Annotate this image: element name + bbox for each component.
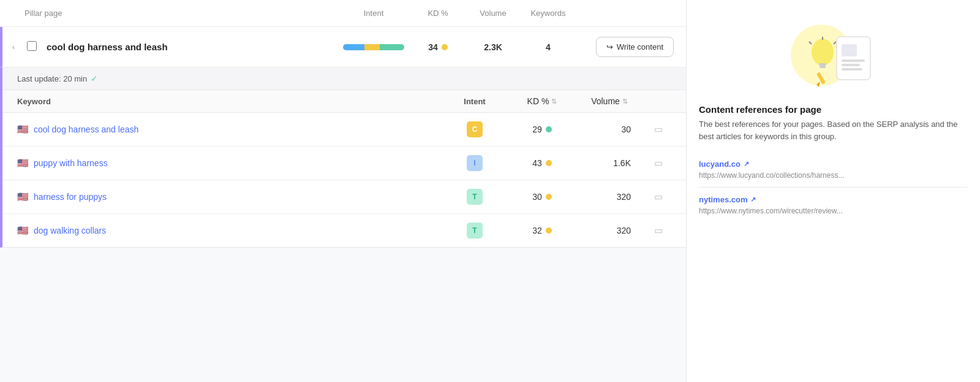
kd-value: 30 [532, 192, 542, 202]
keyword-volume-cell: 1.6K [576, 158, 643, 168]
keyword-text-wrap: harness for puppys [34, 192, 441, 202]
check-icon: ✓ [91, 74, 98, 83]
pillar-row: ‹ cool dog harness and leash 34 2.3K 4 [0, 27, 686, 67]
copy-icon[interactable]: ▭ [654, 158, 663, 169]
pillar-kd-cell: 34 [410, 42, 466, 52]
copy-icon[interactable]: ▭ [654, 191, 663, 202]
header-kd-label: KD % [410, 9, 466, 18]
illustration-svg [785, 18, 883, 92]
right-panel: Content references for page The best ref… [686, 0, 980, 382]
kd-dot [546, 227, 552, 234]
intent-seg-blue [343, 44, 364, 50]
keyword-kd-cell: 29 [508, 124, 576, 134]
table-header: Pillar page Intent KD % Volume Keywords [0, 0, 686, 27]
content-ref-title: Content references for page [699, 104, 968, 115]
intent-badge: C [467, 121, 483, 137]
svg-rect-2 [820, 66, 826, 68]
keyword-text-wrap: puppy with harness [34, 158, 441, 168]
sub-table-header: Keyword Intent KD % ⇅ Volume ⇅ [2, 90, 686, 113]
pillar-checkbox-wrap[interactable] [27, 41, 42, 53]
keyword-text-wrap: cool dog harness and leash [34, 124, 441, 134]
flag-icon: 🇺🇸 [17, 191, 29, 202]
sub-header-intent: Intent [441, 97, 508, 106]
svg-rect-1 [819, 63, 826, 66]
keyword-volume-cell: 320 [576, 226, 643, 235]
svg-line-5 [834, 42, 836, 44]
keyword-link[interactable]: dog walking collars [34, 226, 106, 235]
sub-header-keyword: Keyword [17, 97, 441, 106]
content-ref-desc: The best references for your pages. Base… [699, 118, 968, 142]
keyword-action-cell: ▭ [643, 124, 674, 135]
pillar-volume-value: 2.3K [484, 42, 502, 52]
write-content-button[interactable]: ↪ Write content [596, 37, 674, 57]
ref-domain-link[interactable]: lucyand.co ↗ [699, 159, 968, 169]
main-area: Pillar page Intent KD % Volume Keywords … [0, 0, 686, 382]
pillar-keywords-count: 4 [546, 42, 551, 52]
kd-value: 29 [532, 124, 542, 134]
sub-header-volume-wrap: Volume ⇅ [576, 96, 643, 106]
flag-icon: 🇺🇸 [17, 124, 29, 135]
flag-icon: 🇺🇸 [17, 225, 29, 236]
intent-segments [343, 44, 404, 50]
keyword-kd-cell: 32 [508, 226, 576, 235]
kd-dot [546, 194, 552, 200]
ref-domain-link[interactable]: nytimes.com ↗ [699, 195, 968, 204]
flag-icon: 🇺🇸 [17, 158, 29, 169]
copy-icon[interactable]: ▭ [654, 124, 663, 135]
illustration-area [687, 0, 980, 104]
pillar-checkbox[interactable] [27, 41, 37, 51]
svg-rect-8 [842, 59, 865, 62]
last-update-bar: Last update: 20 min ✓ [2, 67, 686, 90]
ref-item: nytimes.com ↗ https://www.nytimes.com/wi… [699, 187, 968, 223]
volume-value: 320 [617, 192, 631, 202]
svg-line-4 [809, 42, 812, 44]
write-content-label: Write content [617, 42, 663, 52]
volume-filter-icon[interactable]: ⇅ [622, 97, 628, 105]
content-ref-section: Content references for page The best ref… [687, 104, 980, 235]
ref-domain-text: nytimes.com [699, 195, 747, 204]
kd-value: 43 [532, 158, 542, 168]
keyword-link[interactable]: cool dog harness and leash [34, 124, 138, 134]
intent-badge: T [467, 223, 483, 239]
expand-chevron[interactable]: ‹ [12, 43, 27, 52]
kd-filter-icon[interactable]: ⇅ [551, 97, 557, 105]
pillar-kd-value: 34 [428, 42, 438, 52]
kd-dot [546, 126, 552, 132]
header-pillar-label: Pillar page [24, 9, 337, 18]
ref-domain-text: lucyand.co [699, 159, 741, 169]
keyword-link[interactable]: puppy with harness [34, 158, 108, 168]
intent-badge: T [467, 189, 483, 205]
svg-marker-12 [816, 82, 820, 87]
intent-badge: I [467, 155, 483, 171]
sub-header-volume: Volume [591, 96, 620, 106]
svg-rect-7 [842, 44, 857, 56]
keyword-rows: 🇺🇸 cool dog harness and leash C 29 30 ▭ … [2, 113, 686, 247]
keyword-row: 🇺🇸 harness for puppys T 30 320 ▭ [2, 180, 686, 214]
keyword-intent-cell: I [441, 155, 508, 171]
keyword-action-cell: ▭ [643, 158, 674, 169]
svg-rect-10 [842, 68, 862, 71]
keyword-action-cell: ▭ [643, 191, 674, 202]
sub-header-kd-wrap: KD % ⇅ [508, 96, 576, 106]
volume-value: 1.6K [613, 158, 631, 168]
sub-header-kd: KD % [527, 96, 549, 106]
keyword-link[interactable]: harness for puppys [34, 192, 107, 202]
keyword-row: 🇺🇸 puppy with harness I 43 1.6K ▭ [2, 147, 686, 180]
external-link-icon: ↗ [744, 160, 749, 168]
svg-rect-9 [842, 64, 860, 66]
illustration-wrap [785, 18, 883, 92]
keyword-volume-cell: 320 [576, 192, 643, 202]
pillar-volume-cell: 2.3K [466, 42, 521, 52]
pillar-title: cool dog harness and leash [47, 42, 337, 52]
keyword-intent-cell: C [441, 121, 508, 137]
pillar-keywords-cell: 4 [521, 42, 576, 52]
kd-value: 32 [532, 226, 542, 235]
ref-url: https://www.nytimes.com/wirecutter/revie… [699, 207, 968, 215]
svg-point-0 [812, 39, 834, 66]
keyword-row: 🇺🇸 cool dog harness and leash C 29 30 ▭ [2, 113, 686, 147]
keyword-intent-cell: T [441, 189, 508, 205]
copy-icon[interactable]: ▭ [654, 225, 663, 236]
header-keywords-label: Keywords [521, 9, 576, 18]
header-intent-label: Intent [337, 9, 410, 18]
header-volume-label: Volume [466, 9, 521, 18]
